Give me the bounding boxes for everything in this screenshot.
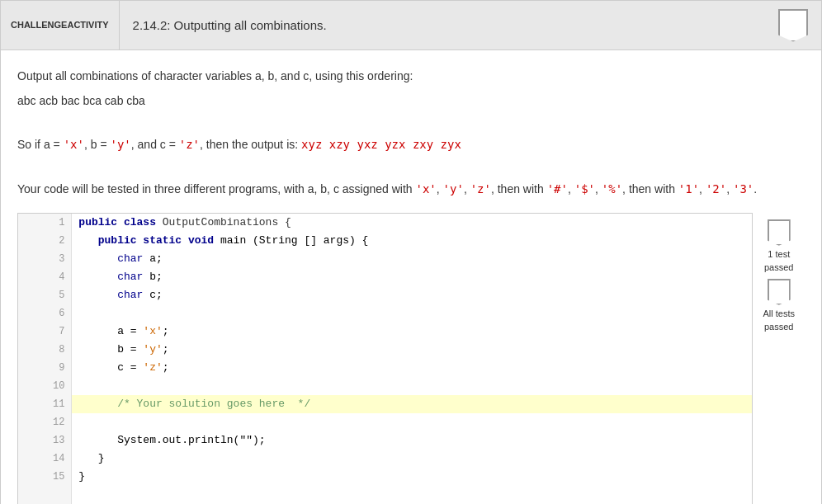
header-badge-icon xyxy=(778,9,808,42)
main-container: CHALLENGE ACTIVITY 2.14.2: Outputting al… xyxy=(0,0,822,504)
description-block: Output all combinations of character var… xyxy=(17,67,805,200)
code-row-10: 10 xyxy=(18,377,752,395)
code-row-15: 15 } xyxy=(18,468,752,486)
badge-icon-2 xyxy=(768,279,791,305)
desc-line3: So if a = 'x', b = 'y', and c = 'z', the… xyxy=(17,135,805,155)
code-row-12: 12 xyxy=(18,413,752,431)
code-row-1: 1 public class OutputCombinations { xyxy=(18,214,752,232)
code-row-14: 14 } xyxy=(18,450,752,468)
badge-1-test-passed: 1 test passed xyxy=(764,219,793,272)
code-row-13: 13 System.out.println(""); xyxy=(18,431,752,450)
badge-all-tests-passed: All tests passed xyxy=(763,279,795,332)
code-row-8: 8 b = 'y'; xyxy=(18,341,752,359)
code-row-4: 4 char b; xyxy=(18,268,752,286)
desc-line4: Your code will be tested in three differ… xyxy=(17,180,805,200)
code-editor[interactable]: 1 public class OutputCombinations { 2 pu… xyxy=(17,213,753,504)
code-row-3: 3 char a; xyxy=(18,250,752,268)
code-row-11: 11 /* Your solution goes here */ xyxy=(18,395,752,413)
badge2-sublabel: passed xyxy=(764,322,793,332)
code-row-6: 6 xyxy=(18,304,752,323)
code-row-5: 5 char c; xyxy=(18,286,752,304)
sidebar-badges: 1 test passed All tests passed xyxy=(753,213,805,338)
code-row-9: 9 c = 'z'; xyxy=(18,359,752,377)
code-row-7: 7 a = 'x'; xyxy=(18,323,752,341)
header: CHALLENGE ACTIVITY 2.14.2: Outputting al… xyxy=(1,1,821,50)
badge-icon-1 xyxy=(768,219,791,246)
desc-line2: abc acb bac bca cab cba xyxy=(17,92,805,111)
badge1-sublabel: passed xyxy=(764,262,793,272)
code-table: 1 public class OutputCombinations { 2 pu… xyxy=(18,214,752,504)
code-row-2: 2 public static void main (String [] arg… xyxy=(18,232,752,250)
badge1-label: 1 test xyxy=(768,249,790,259)
code-row-spacer xyxy=(18,486,752,504)
badge2-label: All tests xyxy=(763,309,795,318)
challenge-activity-label: CHALLENGE ACTIVITY xyxy=(1,1,120,49)
desc-line1: Output all combinations of character var… xyxy=(17,67,805,87)
header-title: 2.14.2: Outputting all combinations. xyxy=(120,18,778,32)
code-section: 1 public class OutputCombinations { 2 pu… xyxy=(17,213,805,504)
content-area: Output all combinations of character var… xyxy=(1,50,821,504)
